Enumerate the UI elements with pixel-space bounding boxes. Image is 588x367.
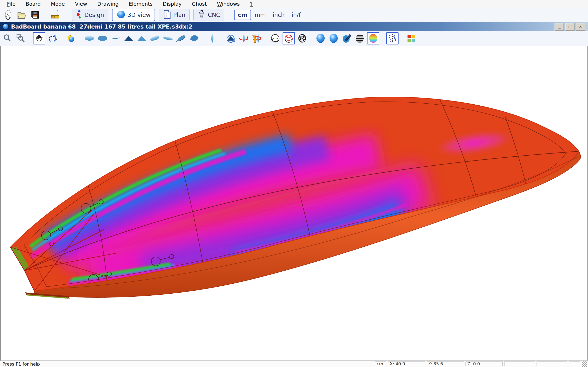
menu-board[interactable]: Board bbox=[22, 1, 44, 7]
unit-mm[interactable]: mm bbox=[251, 10, 269, 20]
3d-viewport[interactable] bbox=[0, 46, 588, 360]
view-perspective-3-icon[interactable] bbox=[175, 33, 187, 44]
unit-inch[interactable]: inch bbox=[269, 10, 288, 20]
save-icon[interactable] bbox=[30, 9, 40, 20]
zoom-window-icon[interactable] bbox=[15, 33, 26, 44]
cnc-bit-icon bbox=[198, 9, 206, 20]
measure-ruler-icon[interactable]: 1 0 bbox=[50, 9, 61, 20]
design-nodes-icon bbox=[76, 9, 82, 20]
unit-cm[interactable]: cm bbox=[234, 10, 251, 20]
svg-text:,,,: ,,, bbox=[165, 17, 167, 18]
resize-grip[interactable] bbox=[582, 361, 587, 367]
menu-display[interactable]: Display bbox=[159, 1, 185, 7]
cnc-button[interactable]: CNC bbox=[193, 9, 224, 21]
restore-button[interactable]: ❐ bbox=[565, 23, 575, 31]
menu-drawing[interactable]: Drawing bbox=[94, 1, 122, 7]
cnc-button-label: CNC bbox=[208, 12, 220, 18]
shaded-sphere-icon[interactable] bbox=[315, 33, 326, 44]
view-perspective-1-icon[interactable] bbox=[149, 33, 160, 44]
3d-view-button[interactable]: 3D view bbox=[112, 9, 155, 21]
status-empty-3 bbox=[569, 361, 580, 366]
view-outline-icon[interactable] bbox=[207, 33, 218, 44]
menu-view[interactable]: View bbox=[72, 1, 90, 7]
new-board-hand-icon[interactable] bbox=[3, 9, 13, 20]
plan-button-label: Plan bbox=[173, 12, 185, 18]
rotate-3d-icon[interactable] bbox=[47, 33, 58, 44]
design-button[interactable]: Design bbox=[72, 9, 108, 21]
menu-windows[interactable]: Windows bbox=[214, 1, 243, 7]
rainbow-curvature-sphere-icon[interactable] bbox=[367, 32, 379, 44]
status-empty-2 bbox=[536, 361, 567, 366]
application-window: File Board Mode View Drawing Elements Di… bbox=[0, 0, 588, 367]
status-unit: cm bbox=[375, 361, 386, 366]
mesh-sphere-icon[interactable] bbox=[296, 33, 308, 44]
pan-hand-icon[interactable] bbox=[33, 32, 45, 44]
3d-view-button-label: 3D view bbox=[128, 12, 151, 18]
menu-ghost[interactable]: Ghost bbox=[189, 1, 210, 7]
menu-mode[interactable]: Mode bbox=[48, 1, 68, 7]
flip-board-icon[interactable] bbox=[251, 33, 263, 44]
view-toolbar bbox=[0, 31, 588, 46]
view-back-icon[interactable] bbox=[136, 33, 147, 44]
unit-inf[interactable]: in/f bbox=[288, 10, 304, 20]
zoom-icon[interactable] bbox=[2, 33, 13, 44]
window-controls: ▁ ❐ ✕ bbox=[554, 23, 585, 31]
plan-doc-icon: ,,, bbox=[163, 9, 171, 20]
smooth-sphere-icon[interactable] bbox=[328, 33, 339, 44]
curvature-rings-sphere-icon[interactable] bbox=[283, 32, 295, 44]
unit-selector: cm mm inch in/f bbox=[234, 10, 304, 20]
document-title: BadBoard banana 68 27demi 167 85 litres … bbox=[11, 24, 192, 30]
svg-text:1 0: 1 0 bbox=[52, 16, 55, 18]
3d-sphere-icon bbox=[117, 10, 126, 20]
design-button-label: Design bbox=[84, 12, 104, 18]
view-rocker-icon[interactable] bbox=[110, 33, 121, 44]
view-perspective-2-icon[interactable] bbox=[162, 33, 173, 44]
minimize-button[interactable]: ▁ bbox=[554, 23, 564, 31]
view-perspective-4-icon[interactable] bbox=[188, 33, 200, 44]
status-z-coordinate: Z: 0.0 bbox=[466, 361, 503, 366]
menu-elements[interactable]: Elements bbox=[126, 1, 156, 7]
zebra-sphere-icon[interactable] bbox=[354, 33, 365, 44]
surfboard-3d-render bbox=[1, 46, 587, 360]
status-help-text: Press F1 for help bbox=[2, 361, 373, 367]
view-front-icon[interactable] bbox=[123, 33, 134, 44]
wireframe-sphere-icon[interactable] bbox=[269, 33, 281, 44]
status-y-coordinate: Y: 35.6 bbox=[427, 361, 464, 366]
view-top-icon[interactable] bbox=[84, 33, 95, 44]
symmetry-icon[interactable] bbox=[386, 32, 398, 44]
rotate-board-horizontal-icon[interactable] bbox=[238, 33, 250, 44]
open-folder-icon[interactable] bbox=[16, 9, 27, 20]
status-bar: Press F1 for help cm X: 40.0 Y: 35.6 Z: … bbox=[0, 360, 588, 367]
main-toolbar: 1 0 Design 3D view bbox=[0, 8, 588, 22]
view-bottom-icon[interactable] bbox=[97, 33, 108, 44]
color-palette-icon[interactable] bbox=[406, 33, 417, 44]
plan-button[interactable]: ,,, Plan bbox=[159, 9, 190, 21]
status-x-coordinate: X: 40.0 bbox=[388, 361, 425, 366]
light-icon[interactable] bbox=[65, 33, 77, 44]
menu-help[interactable]: ? bbox=[247, 1, 256, 7]
close-button[interactable]: ✕ bbox=[576, 23, 585, 31]
menu-file[interactable]: File bbox=[4, 1, 19, 7]
document-sphere-icon bbox=[2, 23, 9, 30]
paint-sphere-icon[interactable] bbox=[341, 33, 352, 44]
document-title-bar[interactable]: BadBoard banana 68 27demi 167 85 litres … bbox=[0, 22, 588, 31]
menu-bar: File Board Mode View Drawing Elements Di… bbox=[0, 0, 588, 8]
status-empty-1 bbox=[504, 361, 535, 366]
spin-view-icon[interactable] bbox=[225, 33, 236, 44]
